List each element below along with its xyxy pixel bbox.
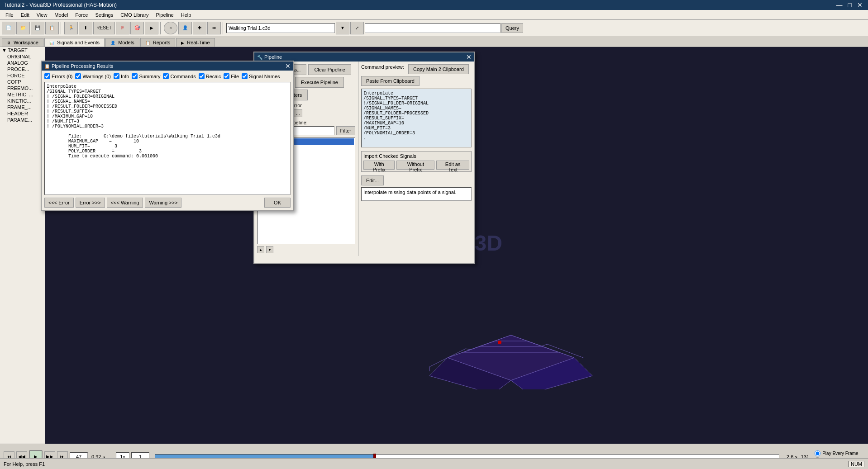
menu-force[interactable]: Force [72,11,91,19]
toolbar-sep2 [160,22,162,34]
tree-node-kinetic[interactable]: KINETIC... [0,98,45,104]
nav-next-error-btn[interactable]: Error >>> [76,198,105,208]
menu-help[interactable]: Help [177,11,195,19]
toolbar-cross-btn[interactable]: ✚ [193,22,206,34]
scroll-down-btn[interactable]: ▼ [266,246,273,253]
toolbar-new-btn[interactable]: 📄 [2,22,15,34]
cb-errors-label: Errors (0) [52,74,72,79]
menu-view[interactable]: View [33,11,51,19]
cb-errors-input[interactable] [44,73,50,79]
filter-btn[interactable]: Filter [336,126,355,135]
menu-edit[interactable]: Edit [17,11,33,19]
status-bar: For Help, press F1 NUM [0,458,868,469]
toolbar-person-btn[interactable]: 👤 [178,22,192,34]
maximize-btn[interactable]: □ [846,1,854,9]
tree-node-proce[interactable]: PROCE... [0,66,45,72]
cb-warnings-input[interactable] [75,73,81,79]
tree-node-target-label: TARGET [8,47,28,53]
cb-file-input[interactable] [224,73,229,79]
scroll-up-btn[interactable]: ▲ [257,246,264,253]
copy-main2-clipboard-btn[interactable]: Copy Main 2 Clipboard [408,64,469,74]
minimize-btn[interactable]: — [835,1,844,9]
toolbar-btn2[interactable]: ⬆ [79,22,92,34]
edit-btn[interactable]: Edit... [361,175,384,185]
toolbar-motion-btn[interactable]: 🏃 [64,22,78,34]
toolbar-dropdown-btn[interactable]: ▼ [336,22,349,34]
results-dialog-icon: 📋 [44,64,50,69]
toolbar-event-btn[interactable]: 🎯 [130,22,144,34]
menu-model[interactable]: Model [51,11,72,19]
cb-errors: Errors (0) [44,73,72,79]
tab-bar: 🖥 Workspace 📊 Signals and Events 👤 Model… [0,36,868,47]
toolbar-query-input[interactable] [365,23,501,33]
tree-node-analog[interactable]: ANALOG [0,60,45,66]
tree-node-force[interactable]: FORCE [0,72,45,79]
tree-node-parame[interactable]: PARAME... [0,117,45,123]
cb-warnings: Warnings (0) [75,73,111,79]
tree-node-frame[interactable]: FRAME_... [0,104,45,110]
results-checkbox-row: Errors (0) Warnings (0) Info Summary Com… [44,73,291,79]
cb-summary-input[interactable] [132,73,138,79]
toolbar-arrow-btn[interactable]: ➡ [207,22,221,34]
toolbar-f-btn[interactable]: F [116,22,129,34]
toolbar-run-btn[interactable]: ▶ [145,22,158,34]
tab-models[interactable]: 👤 Models [105,38,139,47]
with-prefix-btn[interactable]: With Prefix [363,161,395,170]
tree-node-target[interactable]: ▼ TARGET [0,47,45,53]
num-indicator: NUM [849,461,864,467]
file-path-input[interactable]: Walking Trial 1.c3d [226,23,335,33]
tree-node-cofp[interactable]: COFP [0,79,45,85]
query-btn[interactable]: Query [501,23,523,33]
motion-marker [498,341,501,344]
toolbar-copy-btn[interactable]: 📋 [45,22,59,34]
tree-node-header[interactable]: HEADER [0,110,45,117]
results-dialog-body: Errors (0) Warnings (0) Info Summary Com… [42,71,293,210]
results-dialog-close[interactable]: ✕ [285,62,291,70]
menu-cmo-library[interactable]: CMO Library [117,11,152,19]
edit-as-text-btn[interactable]: Edit as Text [436,161,469,170]
paste-from-clipboard-btn[interactable]: Paste From Clipboard [361,76,420,86]
cb-signal-names-label: Signal Names [249,74,280,79]
help-text: For Help, press F1 [4,461,45,467]
without-prefix-btn[interactable]: Without Prefix [396,161,434,170]
tab-signals[interactable]: 📊 Signals and Events [44,38,105,47]
clear-pipeline-btn[interactable]: Clear Pipeline [308,64,351,75]
menu-file[interactable]: File [2,11,17,19]
tree-node-freemo[interactable]: FREEMO... [0,85,45,91]
results-ok-btn[interactable]: OK [264,198,291,208]
cb-recalc-input[interactable] [199,73,205,79]
tab-realtime[interactable]: ▶ Real-Time [176,38,215,47]
nav-prev-error-btn[interactable]: <<< Error [44,198,74,208]
cb-info-input[interactable] [114,73,119,79]
toolbar-expand-btn[interactable]: ⤢ [350,22,364,34]
tab-workspace[interactable]: 🖥 Workspace [2,38,43,47]
nav-next-warning-btn[interactable]: Warning >>> [145,198,181,208]
toolbar-reset-btn[interactable]: RESET [93,22,115,34]
toolbar-sep1 [61,22,62,34]
pipeline-dialog-close[interactable]: ✕ [466,53,472,61]
tab-reports[interactable]: 📋 Reports [140,38,176,47]
menu-pipeline[interactable]: Pipeline [153,11,177,19]
tab-reports-label: Reports [153,40,171,45]
close-btn[interactable]: ✕ [855,1,864,9]
play-sound-btn[interactable]: ... [294,109,302,117]
pipeline-dialog-titlebar[interactable]: 🔧 Pipeline ✕ [254,52,474,62]
results-nav-btn-row: <<< Error Error >>> <<< Warning Warning … [44,198,291,208]
tree-node-metric[interactable]: METRIC_... [0,91,45,98]
tree-expand-icon: ▼ [2,47,7,53]
nav-prev-warning-btn[interactable]: <<< Warning [107,198,143,208]
results-dialog-titlebar[interactable]: 📋 Pipeline Processing Results ✕ [42,62,293,71]
toolbar-save-btn[interactable]: 💾 [31,22,44,34]
toolbar-open-btn[interactable]: 📁 [16,22,30,34]
cb-recalc-label: Recalc [206,74,221,79]
cb-commands-input[interactable] [163,73,169,79]
toolbar-sep3 [223,22,224,34]
import-btn-row: With Prefix Without Prefix Edit as Text [363,161,469,170]
tree-node-original[interactable]: ORIGINAL [0,53,45,60]
toolbar-circle-btn[interactable]: ○ [164,22,177,34]
menu-settings[interactable]: Settings [91,11,117,19]
title-bar-controls[interactable]: — □ ✕ [835,1,864,9]
play-every-frame-radio[interactable] [815,450,820,456]
execute-pipeline-btn[interactable]: Execute Pipeline [295,77,344,88]
cb-signal-names-input[interactable] [242,73,248,79]
